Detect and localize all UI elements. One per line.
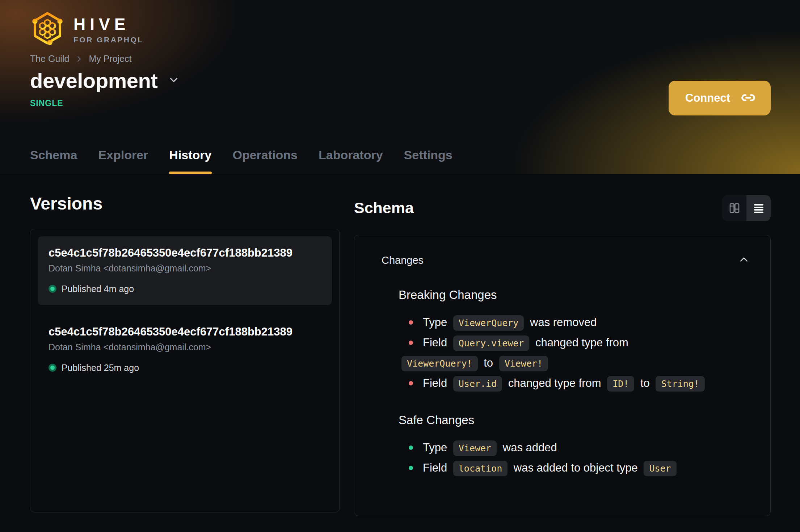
schema-section: Schema xyxy=(354,174,771,516)
change-text: changed type from xyxy=(505,377,604,389)
code-chip: Query.viewer xyxy=(453,335,530,351)
code-chip: ViewerQuery xyxy=(453,315,524,331)
version-card[interactable]: c5e4c1c5f78b26465350e4ecf677cf188bb21389… xyxy=(38,315,332,384)
schema-head: Schema xyxy=(354,195,771,221)
breaking-changes-heading: Breaking Changes xyxy=(399,288,750,302)
chevron-up-icon[interactable] xyxy=(738,253,750,267)
breadcrumb-org-link[interactable]: The Guild xyxy=(30,54,69,64)
tab-operations[interactable]: Operations xyxy=(233,148,298,174)
status-dot-icon xyxy=(49,285,56,293)
versions-panel: c5e4c1c5f78b26465350e4ecf677cf188bb21389… xyxy=(30,229,340,512)
change-text: Field xyxy=(423,377,450,389)
brand-subtitle: FOR GRAPHQL xyxy=(73,35,144,44)
tab-laboratory[interactable]: Laboratory xyxy=(319,148,383,174)
changes-body: Breaking Changes Type ViewerQuery was re… xyxy=(399,288,750,478)
schema-heading: Schema xyxy=(354,199,414,218)
version-card[interactable]: c5e4c1c5f78b26465350e4ecf677cf188bb21389… xyxy=(38,236,332,305)
tab-settings[interactable]: Settings xyxy=(404,148,452,174)
version-hash: c5e4c1c5f78b26465350e4ecf677cf188bb21389 xyxy=(49,325,321,338)
versions-section: Versions c5e4c1c5f78b26465350e4ecf677cf1… xyxy=(30,174,340,512)
view-toggle xyxy=(722,195,771,221)
change-item: Field User.id changed type from ID! to S… xyxy=(399,373,750,394)
chevron-right-icon xyxy=(75,55,83,63)
code-chip: Viewer! xyxy=(499,356,548,371)
change-text: was added xyxy=(500,441,557,454)
change-text: Field xyxy=(423,336,450,349)
safe-bullet-icon xyxy=(409,446,413,450)
brand: HIVE FOR GRAPHQL xyxy=(30,11,771,46)
code-chip: String! xyxy=(656,376,704,392)
change-text: to xyxy=(637,377,653,389)
link-icon xyxy=(740,90,756,107)
safe-changes-heading: Safe Changes xyxy=(399,413,750,427)
target-type-badge: SINGLE xyxy=(30,98,771,108)
status-dot-icon xyxy=(49,364,56,372)
breadcrumb: The Guild My Project xyxy=(30,54,771,64)
safe-changes-list: Type Viewer was added Field location was… xyxy=(399,438,750,478)
change-text: was removed xyxy=(527,316,597,329)
page: HIVE FOR GRAPHQL The Guild My Project de… xyxy=(0,0,800,532)
target-name[interactable]: development xyxy=(30,68,157,93)
list-lines-icon xyxy=(753,202,765,214)
tab-schema[interactable]: Schema xyxy=(30,148,77,174)
breaking-bullet-icon xyxy=(409,320,413,325)
change-text: changed type from xyxy=(532,336,628,349)
breadcrumb-project-link[interactable]: My Project xyxy=(89,54,131,64)
change-text: Field xyxy=(423,461,450,474)
brand-title: HIVE xyxy=(73,16,144,33)
list-view-button[interactable] xyxy=(746,195,771,221)
header: HIVE FOR GRAPHQL The Guild My Project de… xyxy=(0,0,800,174)
chevron-down-icon[interactable] xyxy=(168,74,180,88)
version-author: Dotan Simha <dotansimha@gmail.com> xyxy=(49,263,321,274)
tab-explorer[interactable]: Explorer xyxy=(98,148,148,174)
code-chip: User.id xyxy=(453,376,502,392)
connect-button-label: Connect xyxy=(685,92,730,105)
hive-logo-icon xyxy=(30,11,65,46)
split-columns-icon xyxy=(728,202,741,214)
version-author: Dotan Simha <dotansimha@gmail.com> xyxy=(49,342,321,352)
tab-history[interactable]: History xyxy=(169,148,211,174)
breaking-bullet-icon xyxy=(409,341,413,345)
change-text: to xyxy=(481,356,496,369)
published-label: Published 25m ago xyxy=(62,363,139,373)
code-chip: location xyxy=(453,461,508,476)
changes-panel: Changes Breaking Changes Type ViewerQuer… xyxy=(354,235,771,516)
brand-text: HIVE FOR GRAPHQL xyxy=(73,16,144,44)
split-view-button[interactable] xyxy=(722,195,746,221)
published-status: Published 25m ago xyxy=(49,363,321,373)
breaking-bullet-icon xyxy=(409,381,413,385)
change-item: Field Query.viewer changed type from Vie… xyxy=(399,333,750,373)
tab-bar: Schema Explorer History Operations Labor… xyxy=(30,148,452,174)
code-chip: User xyxy=(644,461,676,476)
change-text: was added to object type xyxy=(510,461,641,474)
change-item: Type ViewerQuery was removed xyxy=(399,313,750,333)
main-content: Versions c5e4c1c5f78b26465350e4ecf677cf1… xyxy=(0,174,800,516)
published-label: Published 4m ago xyxy=(62,284,134,294)
code-chip: Viewer xyxy=(453,440,497,456)
safe-bullet-icon xyxy=(409,466,413,470)
change-text: Type xyxy=(423,441,450,454)
change-item: Field location was added to object type … xyxy=(399,458,750,478)
changes-label: Changes xyxy=(382,254,424,266)
changes-header[interactable]: Changes xyxy=(382,253,750,267)
target-selector[interactable]: development xyxy=(30,68,771,93)
connect-button[interactable]: Connect xyxy=(669,81,771,115)
version-hash: c5e4c1c5f78b26465350e4ecf677cf188bb21389 xyxy=(49,246,321,259)
change-item: Type Viewer was added xyxy=(399,438,750,458)
versions-heading: Versions xyxy=(30,194,340,214)
published-status: Published 4m ago xyxy=(49,284,321,294)
change-text-group: to Viewer! xyxy=(481,356,551,369)
code-chip: ViewerQuery! xyxy=(401,356,478,371)
change-text: Type xyxy=(423,316,450,329)
code-chip: ID! xyxy=(607,376,634,392)
breaking-changes-list: Type ViewerQuery was removed Field Query… xyxy=(399,313,750,394)
